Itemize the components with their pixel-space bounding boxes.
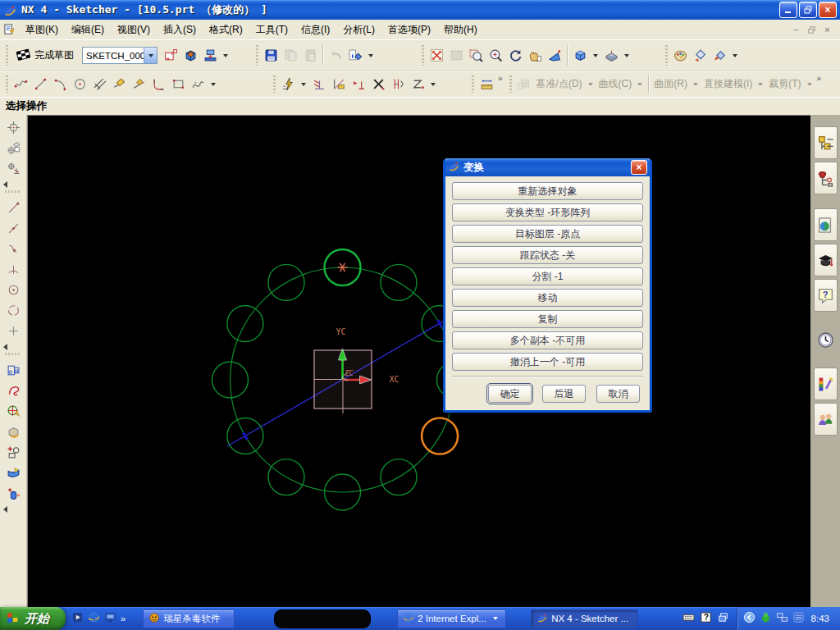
dialog-option-button-4[interactable]: 跟踪状态 -关 — [452, 246, 643, 264]
dropdown-arrow-icon[interactable] — [758, 83, 763, 86]
dropdown-arrow-icon[interactable] — [624, 54, 629, 57]
keyboard-icon[interactable] — [682, 611, 695, 627]
dimension-tool-icon[interactable] — [388, 75, 408, 94]
dialog-option-button-7[interactable]: 复制 — [452, 310, 643, 328]
measure-tool-icon[interactable] — [477, 75, 496, 94]
task-button-1[interactable]: 瑞星杀毒软件 — [143, 609, 235, 628]
visualization-palette-icon[interactable] — [670, 46, 690, 66]
profile-tool-icon[interactable] — [11, 75, 30, 94]
restore-tray-icon[interactable] — [717, 611, 729, 627]
no-constraint-icon[interactable] — [368, 75, 388, 94]
orient-view-to-sketch-icon[interactable] — [180, 46, 200, 66]
studio-spline-icon[interactable] — [188, 75, 208, 94]
sk-sheet-icon[interactable] — [3, 463, 23, 483]
sk-datum-icon[interactable] — [3, 442, 23, 463]
undo-icon[interactable] — [326, 46, 345, 66]
circle-tool-icon[interactable] — [70, 75, 89, 94]
cancel-button[interactable]: 取消 — [596, 385, 640, 403]
collapse-arrow-icon[interactable] — [3, 181, 7, 188]
dcircle-dot-icon[interactable] — [3, 280, 23, 300]
curve-menu[interactable]: 曲线(C) — [596, 77, 635, 91]
menu-7[interactable]: 信息(I) — [294, 21, 336, 38]
dialog-option-button-8[interactable]: 多个副本 -不可用 — [452, 331, 643, 349]
part-navigator-tab[interactable] — [814, 162, 838, 194]
collapse-arrow-icon[interactable] — [3, 506, 7, 513]
ime-icon[interactable]: ? — [700, 611, 712, 627]
toolbar-grip[interactable] — [509, 75, 512, 93]
people-tab[interactable] — [814, 403, 838, 436]
combo-dropdown-icon[interactable] — [144, 48, 157, 63]
minimize-button[interactable] — [779, 2, 797, 18]
snap-point-icon[interactable] — [3, 117, 23, 138]
finish-sketch-button[interactable]: 完成草图 — [11, 45, 79, 66]
mdi-restore-icon[interactable] — [806, 25, 818, 35]
darc-icon[interactable] — [3, 259, 23, 280]
zoom-box-icon[interactable] — [466, 46, 486, 66]
toolbar-grip[interactable] — [273, 75, 276, 93]
toolbar-grip[interactable] — [6, 75, 8, 93]
sketch-canvas[interactable]: YCXCZC — [28, 116, 810, 607]
quick-trim-icon[interactable] — [109, 75, 129, 94]
reattach-sketch-icon[interactable] — [161, 46, 180, 66]
snap-end-icon[interactable] — [3, 138, 23, 158]
media-player-quicklaunch-icon[interactable] — [71, 611, 84, 627]
dialog-option-button-5[interactable]: 分割 -1 — [452, 267, 643, 285]
dialog-option-button-1[interactable]: 重新选择对象 — [452, 182, 643, 200]
zoom-in-out-icon[interactable] — [486, 46, 505, 66]
paste-icon[interactable] — [300, 46, 320, 66]
roles-tab[interactable] — [814, 244, 838, 276]
menu-4[interactable]: 插入(S) — [157, 21, 203, 38]
menu-9[interactable]: 首选项(P) — [381, 21, 437, 38]
dropdown-arrow-icon[interactable] — [211, 83, 216, 86]
auto-dimension-icon[interactable] — [278, 75, 298, 94]
task-button-3[interactable]: 2 Internet Expl... — [397, 609, 506, 628]
desktop-quicklaunch-icon[interactable] — [104, 611, 116, 627]
toolbar-grip[interactable] — [472, 75, 474, 93]
dline-mid-icon[interactable] — [3, 218, 23, 239]
dialog-option-button-9[interactable]: 撤消上一个 -可用 — [452, 353, 643, 371]
menu-5[interactable]: 格式(R) — [203, 21, 249, 38]
constraints-tool-icon[interactable] — [408, 75, 427, 94]
sk-constrain-icon[interactable] — [3, 401, 23, 422]
dplus-icon[interactable] — [3, 321, 23, 341]
dcurve-icon[interactable] — [3, 239, 23, 259]
rectangle-tool-icon[interactable] — [168, 75, 188, 94]
pan-view-icon[interactable] — [525, 46, 545, 66]
menu-10[interactable]: 帮助(H) — [437, 21, 484, 38]
toolbar-grip[interactable] — [6, 45, 8, 66]
zoom-disabled-icon[interactable] — [446, 46, 466, 66]
menu-6[interactable]: 工具(T) — [249, 21, 294, 38]
toolbar-grip[interactable] — [422, 45, 424, 66]
back-button[interactable]: 后退 — [542, 385, 586, 403]
dropdown-arrow-icon[interactable] — [368, 54, 373, 57]
dropdown-arrow-icon[interactable] — [693, 83, 698, 86]
dialog-close-icon[interactable]: × — [631, 160, 647, 175]
quicklaunch-overflow-icon[interactable]: » — [121, 614, 126, 623]
visualization-tab[interactable] — [814, 368, 838, 400]
save-icon[interactable] — [261, 46, 281, 66]
mdi-close-icon[interactable]: × — [821, 25, 833, 35]
copy-icon[interactable] — [281, 46, 300, 66]
rotate-view-icon[interactable] — [505, 46, 525, 66]
dialog-option-button-6[interactable]: 移动 — [452, 289, 643, 307]
update-model-icon[interactable] — [200, 46, 220, 66]
dropdown-arrow-icon[interactable] — [223, 54, 228, 57]
sketch-name-combo[interactable]: SKETCH_000 — [82, 47, 158, 64]
web-browser-tab[interactable] — [814, 208, 838, 241]
trim-menu[interactable]: 裁剪(T) — [766, 77, 803, 91]
history-tab[interactable] — [814, 326, 838, 354]
toolbar-grip[interactable] — [256, 45, 258, 66]
arc-tool-icon[interactable] — [50, 75, 70, 94]
dropdown-arrow-icon[interactable] — [593, 54, 598, 57]
dialog-option-button-3[interactable]: 目标图层 -原点 — [452, 225, 643, 243]
dline-icon[interactable] — [3, 198, 23, 218]
menu-8[interactable]: 分析(L) — [336, 21, 381, 38]
line-tool-icon[interactable] — [30, 75, 50, 94]
hide-chevron-icon[interactable] — [743, 611, 756, 627]
perpendicular-constraint-icon[interactable] — [349, 75, 368, 94]
menu-1[interactable]: 草图(K) — [19, 21, 65, 38]
parallel-constraint-icon[interactable] — [309, 75, 329, 94]
menu-2[interactable]: 编辑(E) — [65, 21, 111, 38]
graphics-window[interactable]: YCXCZC — [27, 115, 810, 607]
fillet-tool-icon[interactable] — [148, 75, 168, 94]
